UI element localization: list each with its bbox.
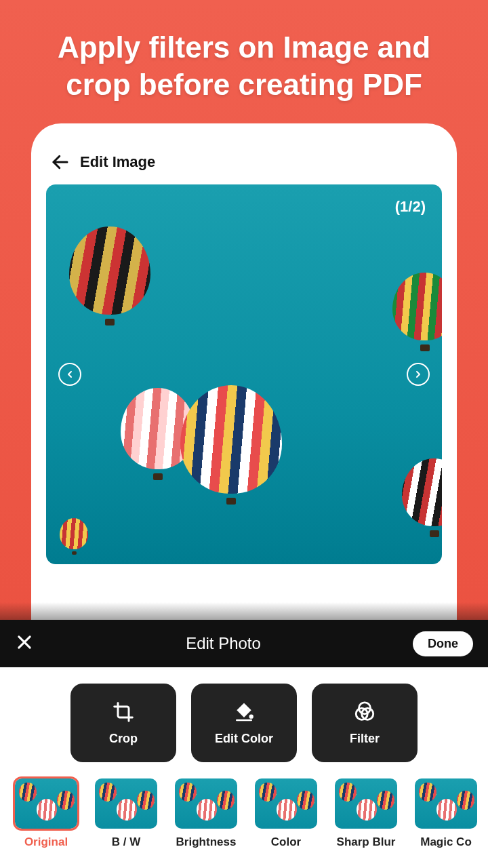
filter-color[interactable]: Color: [255, 778, 317, 849]
filter-bw[interactable]: B / W: [95, 778, 157, 849]
paint-bucket-icon: [233, 701, 255, 724]
crop-button[interactable]: Crop: [70, 684, 176, 762]
next-image-button[interactable]: [407, 363, 430, 386]
promo-line-1: Apply filters on Image and: [58, 28, 430, 66]
filter-thumb: [255, 778, 317, 829]
prev-image-button[interactable]: [58, 363, 81, 386]
balloon-decor: [69, 226, 150, 326]
filter-thumb: [335, 778, 397, 829]
svg-rect-4: [236, 719, 252, 721]
balloon-decor: [180, 385, 282, 505]
edit-bottom-sheet: Edit Photo Done Crop Edit Color Filter O…: [0, 602, 488, 868]
filter-thumb: [415, 778, 477, 829]
promo-line-2: crop before creating PDF: [58, 66, 430, 103]
filter-button[interactable]: Filter: [312, 684, 418, 762]
close-icon[interactable]: [15, 633, 34, 654]
sheet-shadow: [0, 602, 488, 620]
tool-row: Crop Edit Color Filter: [0, 667, 488, 774]
filter-label: Color: [271, 835, 301, 849]
balloon-decor: [402, 458, 442, 537]
filter-label: Brightness: [176, 835, 237, 849]
filter-thumb: [15, 778, 77, 829]
filter-label: Magic Co: [420, 835, 472, 849]
filter-magic-color[interactable]: Magic Co: [415, 778, 477, 849]
filter-label: Sharp Blur: [337, 835, 396, 849]
filter-strip[interactable]: Original B / W Brightness Color Sharp Bl…: [0, 774, 488, 868]
filter-thumb: [95, 778, 157, 829]
tool-label: Edit Color: [215, 732, 273, 746]
balloon-decor: [392, 273, 442, 351]
promo-headline: Apply filters on Image and crop before c…: [37, 28, 451, 103]
topbar: Edit Image: [46, 138, 442, 184]
image-preview[interactable]: (1/2): [46, 184, 442, 564]
filter-label: Original: [24, 835, 68, 849]
venn-filter-icon: [353, 701, 376, 724]
crop-icon: [113, 701, 134, 724]
sheet-header: Edit Photo Done: [0, 620, 488, 667]
filter-brightness[interactable]: Brightness: [175, 778, 237, 849]
balloon-decor: [60, 518, 88, 555]
edit-color-button[interactable]: Edit Color: [191, 684, 297, 762]
back-arrow-icon[interactable]: [50, 152, 70, 172]
page-title: Edit Image: [80, 153, 155, 171]
filter-original[interactable]: Original: [15, 778, 77, 849]
filter-thumb: [175, 778, 237, 829]
filter-sharp-blur[interactable]: Sharp Blur: [335, 778, 397, 849]
tool-label: Crop: [109, 732, 138, 746]
svg-point-3: [249, 714, 253, 718]
filter-label: B / W: [112, 835, 141, 849]
page-counter: (1/2): [395, 198, 426, 216]
done-button[interactable]: Done: [413, 631, 473, 656]
tool-label: Filter: [350, 732, 380, 746]
sheet-title: Edit Photo: [43, 634, 403, 653]
